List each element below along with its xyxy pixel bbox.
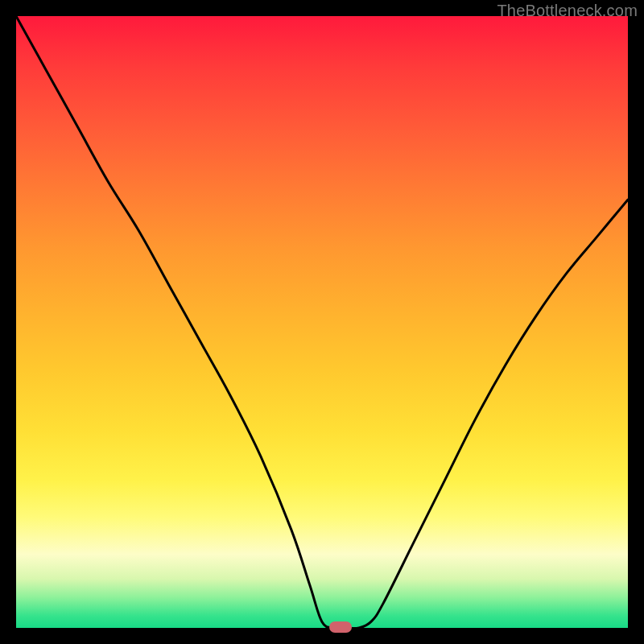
plot-area <box>16 16 628 628</box>
optimal-marker <box>329 621 352 633</box>
chart-frame: TheBottleneck.com <box>0 0 644 644</box>
bottleneck-curve <box>16 16 628 628</box>
